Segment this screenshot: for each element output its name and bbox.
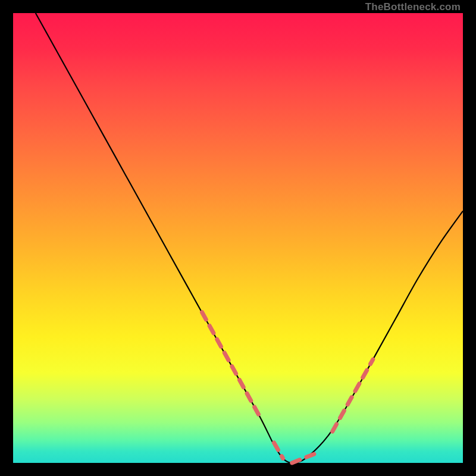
curve-highlight-dashes xyxy=(202,312,373,463)
bottleneck-curve-svg xyxy=(13,13,463,463)
attribution-text: TheBottleneck.com xyxy=(365,1,461,13)
dash-segment xyxy=(274,443,283,458)
chart-frame xyxy=(13,13,463,463)
dash-segment xyxy=(292,454,315,463)
dash-segment xyxy=(202,312,261,418)
